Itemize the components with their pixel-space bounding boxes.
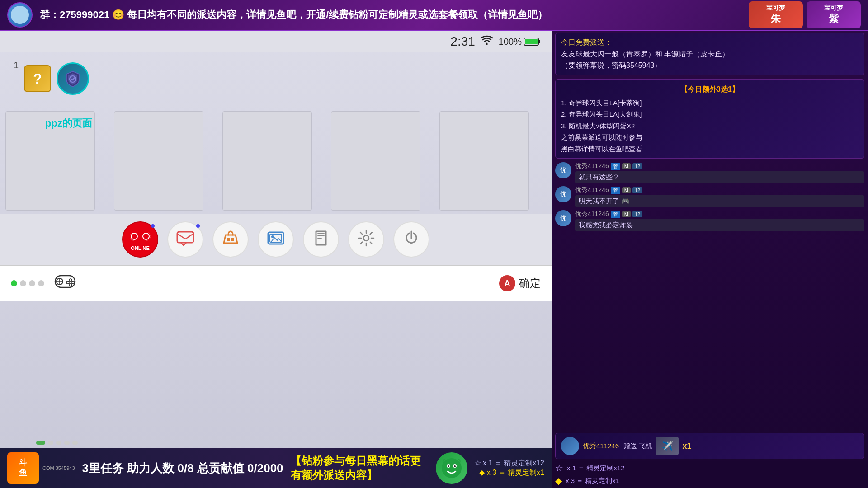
- power-icon: [403, 230, 420, 250]
- settings-icon: [358, 230, 375, 250]
- chat-avatar-2: 优: [555, 186, 571, 202]
- chat-username-1: 优秀411246 管 M 12: [575, 162, 864, 170]
- bottom-dock: ONLINE: [0, 214, 552, 265]
- badge-admin-2: 管: [611, 187, 620, 194]
- svg-point-28: [66, 281, 69, 284]
- game-card-button[interactable]: [303, 221, 339, 258]
- messages-button[interactable]: [167, 221, 203, 258]
- svg-rect-2: [525, 39, 538, 44]
- nintendo-online-button[interactable]: ONLINE: [122, 221, 158, 258]
- game-card[interactable]: [222, 111, 312, 211]
- badge-admin-3: 管: [611, 211, 620, 218]
- level-badge: 12: [632, 163, 642, 169]
- wifi-icon: [481, 35, 493, 48]
- pokemon-purple-label: 宝可梦: [824, 4, 843, 12]
- chat-avatar-1: 优: [555, 162, 571, 178]
- chat-message-1: 优 优秀411246 管 M 12 就只有这些？: [555, 162, 864, 183]
- chat-avatar-3: 优: [555, 210, 571, 226]
- chat-area: 优 优秀411246 管 M 12 就只有这些？ 优 优秀411246: [552, 160, 868, 431]
- game-card[interactable]: [331, 111, 420, 211]
- confirm-label: 确定: [519, 276, 541, 291]
- douyu-logo: 斗鱼: [7, 452, 39, 484]
- extra-item-5: 黑白幕详情可以在鱼吧查看: [561, 143, 859, 155]
- chat-content-1: 优秀411246 管 M 12 就只有这些？: [575, 162, 864, 183]
- announcement-text: 群：275999021 😊 每日均有不同的派送内容，详情见鱼吧，开通/续费钻粉可…: [40, 8, 749, 22]
- nintendo-logo: [129, 228, 151, 244]
- badge-admin: 管: [611, 163, 620, 170]
- status-time: 2:31: [450, 34, 475, 49]
- level-badge-3: 12: [632, 211, 642, 217]
- user-profile-section: 1 ?: [14, 62, 89, 95]
- extra-item-3: 3. 随机最大√体型闪蛋X2: [561, 120, 859, 132]
- game-card[interactable]: [114, 111, 203, 211]
- extra-item-1: 1. 奇异球闪头目LA[卡蒂狗]: [561, 97, 859, 109]
- game-card[interactable]: [439, 111, 529, 211]
- svg-line-14: [185, 234, 193, 239]
- badge-type: M: [622, 163, 631, 169]
- chat-username-3: 优秀411246 管 M 12: [575, 210, 864, 218]
- pokemon-red-card[interactable]: 宝可梦 朱: [749, 1, 803, 28]
- avatar-inner: [61, 67, 85, 90]
- game-card-icon: [312, 230, 330, 250]
- diamond-icon: ◆: [555, 475, 562, 486]
- chat-bubble-2: 明天我不开了 🎮: [575, 195, 864, 207]
- a-button: A: [499, 275, 515, 291]
- pokemon-purple-sub: 紫: [829, 12, 839, 26]
- top-right-cards: 宝可梦 朱 宝可梦 紫: [749, 1, 861, 28]
- diamond-info: 【钻粉参与每日黑幕的话更有额外派送内容】: [291, 454, 429, 483]
- pokemon-purple-card[interactable]: 宝可梦 紫: [807, 1, 861, 28]
- announcement-box: 今日免费派送： 友友球最大闪一般（肯泰罗）和 丰源帽子（皮卡丘） （要领弹幕说，…: [555, 33, 864, 75]
- page-dot-5: [72, 441, 78, 445]
- avatar-image: [11, 6, 29, 24]
- svg-rect-15: [227, 238, 230, 241]
- top-announcement-bar: 群：275999021 😊 每日均有不同的派送内容，详情见鱼吧，开通/续费钻粉可…: [0, 0, 868, 31]
- page-dot-4: [64, 441, 70, 445]
- shop-button[interactable]: [212, 221, 249, 258]
- notification-dot-msg: [196, 224, 200, 228]
- star-icon: ☆: [555, 463, 563, 474]
- reward-item-2: ◆ x 3 ＝ 精灵定制x1: [555, 475, 864, 486]
- extra-selection-box: 【今日额外3选1】 1. 奇异球闪头目LA[卡蒂狗] 2. 奇异球闪头目LA[大…: [555, 79, 864, 159]
- dot-gray-3: [38, 280, 44, 286]
- user-avatar[interactable]: [57, 62, 89, 95]
- gift-notification: 优秀411246 赠送 飞机 ✈️ x1: [555, 433, 864, 459]
- chat-bubble-3: 我感觉我必定炸裂: [575, 219, 864, 231]
- power-button[interactable]: [393, 221, 429, 258]
- gift-sender-avatar: [561, 437, 579, 455]
- settings-button[interactable]: [348, 221, 384, 258]
- svg-point-19: [271, 235, 274, 238]
- rewards-info: ☆ x 1 ＝ 精灵定制x12 ◆ x 3 ＝ 精灵定制x1: [475, 459, 544, 478]
- svg-point-34: [454, 465, 456, 467]
- confirm-button[interactable]: A 确定: [499, 275, 541, 291]
- announcement-content: 友友球最大闪一般（肯泰罗）和 丰源帽子（皮卡丘） （要领弹幕说，密码354594…: [561, 48, 859, 71]
- page-dot-1: [36, 441, 45, 445]
- gift-item-image: ✈️: [656, 437, 679, 455]
- page-dot-3: [56, 441, 61, 445]
- chat-username-2: 优秀411246 管 M 12: [575, 186, 864, 194]
- controller-bar: A 确定: [0, 265, 552, 301]
- gift-count: x1: [682, 441, 691, 451]
- chat-content-3: 优秀411246 管 M 12 我感觉我必定炸裂: [575, 210, 864, 231]
- stream-mascot: [436, 452, 467, 484]
- chat-content-2: 优秀411246 管 M 12 明天我不开了 🎮: [575, 186, 864, 207]
- extra-title: 【今日额外3选1】: [561, 83, 859, 95]
- badge-type-2: M: [622, 187, 631, 193]
- announcement-title: 今日免费派送：: [561, 37, 859, 48]
- svg-point-29: [69, 283, 72, 286]
- rewards-bar: ☆ x 1 ＝ 精灵定制x12 ◆ x 3 ＝ 精灵定制x1: [552, 461, 868, 488]
- reward-item-1: ☆ x 1 ＝ 精灵定制x12: [555, 463, 864, 474]
- reward-line-1: ☆ x 1 ＝ 精灵定制x12: [475, 459, 544, 468]
- question-block-icon: ?: [24, 65, 51, 92]
- svg-point-20: [363, 235, 369, 241]
- pokemon-red-sub: 朱: [771, 12, 781, 26]
- album-button[interactable]: [258, 221, 294, 258]
- notification-badge: 1: [14, 60, 19, 70]
- badge-type-3: M: [622, 211, 631, 217]
- dot-indicators: [11, 280, 44, 286]
- notification-dot: [151, 224, 155, 228]
- stream-bottom-bar: 斗鱼 COM 3545943 3里任务 助力人数 0/8 总贡献值 0/2000…: [0, 448, 552, 488]
- extra-item-2: 2. 奇异球闪头目LA[大剑鬼]: [561, 108, 859, 120]
- nintendo-label: ONLINE: [131, 245, 150, 251]
- svg-point-30: [442, 458, 462, 478]
- page-dot-2: [48, 441, 53, 445]
